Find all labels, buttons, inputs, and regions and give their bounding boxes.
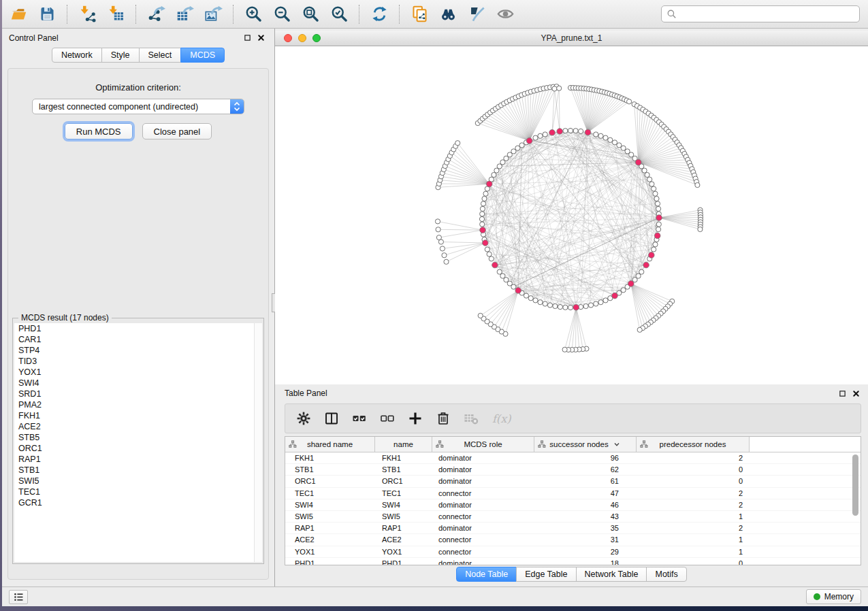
table-toolbar	[285, 403, 861, 433]
delete-columns-button[interactable]	[434, 410, 452, 427]
export-table-button[interactable]	[172, 2, 197, 27]
mcds-result-item[interactable]: ORC1	[14, 443, 262, 454]
tab-style[interactable]: Style	[101, 48, 140, 63]
column-header-name[interactable]: name	[375, 437, 432, 452]
equation-builder-icon	[491, 410, 517, 427]
close-panel-button-mcds[interactable]: Close panel	[142, 123, 212, 139]
refresh-view-button[interactable]	[367, 2, 391, 27]
column-header-mcds-role[interactable]: MCDS role	[432, 437, 534, 452]
zoom-in-button[interactable]	[241, 2, 266, 27]
show-all-columns-icon	[351, 410, 368, 427]
network-canvas[interactable]	[275, 46, 868, 384]
close-table-panel-button[interactable]	[851, 389, 861, 399]
table-row[interactable]: RAP1RAP1dominator352	[285, 523, 861, 534]
mcds-result-item[interactable]: YOX1	[14, 367, 262, 378]
zoom-selected-icon	[330, 5, 349, 23]
column-header-successor-nodes[interactable]: successor nodes	[534, 437, 637, 452]
run-mcds-button[interactable]: Run MCDS	[65, 123, 133, 139]
table-cell: STB1	[375, 465, 432, 474]
table-cell: TEC1	[375, 489, 432, 497]
tab-select[interactable]: Select	[139, 48, 182, 63]
table-cell: dominator	[432, 465, 534, 474]
toggle-panel-layout-button[interactable]	[323, 410, 340, 427]
table-row[interactable]: STB1STB1dominator620	[285, 464, 861, 476]
mcds-result-item[interactable]: TID3	[14, 356, 262, 367]
export-network-button[interactable]	[144, 2, 168, 27]
table-scrollbar-thumb[interactable]	[852, 455, 858, 516]
clone-network-button[interactable]	[407, 2, 432, 27]
table-row[interactable]: YOX1YOX1connector291	[285, 546, 861, 558]
table-row[interactable]: SWI4SWI4dominator462	[285, 499, 861, 511]
table-scrollbar[interactable]	[852, 453, 859, 562]
import-table-button[interactable]	[103, 2, 128, 27]
tab-motifs[interactable]: Motifs	[646, 567, 686, 582]
graphics-details-button[interactable]	[464, 2, 489, 27]
table-row[interactable]: PHD1PHD1dominator180	[285, 558, 861, 565]
mcds-result-item[interactable]: SWI5	[14, 476, 262, 486]
mcds-result-item[interactable]: CAR1	[14, 334, 262, 345]
table-row[interactable]: ACE2ACE2connector311	[285, 534, 861, 546]
show-panels-button[interactable]	[9, 590, 28, 604]
table-cell: SWI4	[375, 501, 432, 509]
mcds-result-item[interactable]: PMA2	[14, 399, 262, 410]
find-button[interactable]	[436, 2, 460, 27]
open-file-button[interactable]	[6, 2, 31, 27]
tab-mcds[interactable]: MCDS	[180, 48, 225, 63]
delete-table-icon	[463, 410, 479, 427]
table-row[interactable]: SWI5SWI5connector431	[285, 511, 861, 523]
mcds-result-list[interactable]: PHD1CAR1STP4TID3YOX1SWI4SRD1PMA2FKH1ACE2…	[14, 323, 262, 562]
table-cell: YOX1	[285, 548, 375, 556]
table-cell: 35	[534, 524, 637, 532]
export-image-button[interactable]	[201, 2, 225, 27]
import-network-icon	[78, 5, 97, 23]
zoom-in-icon	[244, 5, 263, 23]
tab-network[interactable]: Network	[52, 48, 102, 63]
hide-all-columns-button[interactable]	[379, 410, 396, 427]
table-cell: 29	[534, 548, 637, 556]
mcds-result-item[interactable]: SWI4	[14, 378, 262, 389]
table-cell: 2	[637, 489, 750, 497]
zoom-out-button[interactable]	[270, 2, 294, 27]
table-row[interactable]: ORC1ORC1dominator610	[285, 476, 861, 487]
save-session-icon	[38, 5, 57, 23]
mcds-result-item[interactable]: RAP1	[14, 454, 262, 465]
mcds-result-item[interactable]: ACE2	[14, 421, 262, 432]
import-network-button[interactable]	[75, 2, 99, 27]
mcds-result-item[interactable]: STB5	[14, 432, 262, 443]
float-panel-button[interactable]	[242, 33, 253, 43]
column-header-shared-name[interactable]: shared name	[285, 437, 375, 452]
delete-table-button	[462, 410, 480, 427]
mcds-result-item[interactable]: SRD1	[14, 389, 262, 399]
mcds-result-item[interactable]: FKH1	[14, 410, 262, 421]
mcds-result-fieldset: MCDS result (17 nodes) PHD1CAR1STP4TID3Y…	[12, 318, 264, 564]
close-panel-button[interactable]	[256, 33, 266, 43]
mcds-list-scrollbar[interactable]	[254, 323, 262, 562]
column-header-predecessor-nodes[interactable]: predecessor nodes	[637, 437, 750, 452]
tab-network-table[interactable]: Network Table	[576, 567, 647, 582]
network-graph[interactable]	[275, 46, 868, 384]
zoom-fit-button[interactable]	[298, 2, 323, 27]
tab-edge-table[interactable]: Edge Table	[516, 567, 576, 582]
zoom-selected-button[interactable]	[327, 2, 351, 27]
table-row[interactable]: TEC1TEC1connector472	[285, 488, 861, 499]
search-input[interactable]	[680, 5, 859, 22]
save-session-button[interactable]	[35, 2, 59, 27]
show-all-columns-button[interactable]	[351, 410, 368, 427]
float-table-panel-button[interactable]	[837, 389, 848, 399]
mcds-result-item[interactable]: STB1	[14, 465, 262, 476]
mcds-result-item[interactable]: GCR1	[14, 497, 262, 508]
birds-eye-button[interactable]	[493, 2, 517, 27]
optimization-criterion-select[interactable]: largest connected component (undirected)	[32, 99, 244, 114]
mcds-result-item[interactable]: PHD1	[14, 323, 262, 334]
create-column-icon	[407, 410, 423, 427]
tree-icon	[640, 440, 648, 448]
find-icon	[439, 5, 457, 23]
mcds-result-item[interactable]: STP4	[14, 345, 262, 356]
tab-node-table[interactable]: Node Table	[456, 567, 517, 582]
create-column-button[interactable]	[406, 410, 424, 427]
node-table: shared namenameMCDS rolesuccessor nodesp…	[285, 436, 861, 565]
mcds-result-item[interactable]: TEC1	[14, 486, 262, 497]
memory-button[interactable]: Memory	[806, 589, 861, 604]
table-settings-button[interactable]	[295, 410, 312, 427]
table-row[interactable]: FKH1FKH1dominator962	[285, 452, 861, 464]
